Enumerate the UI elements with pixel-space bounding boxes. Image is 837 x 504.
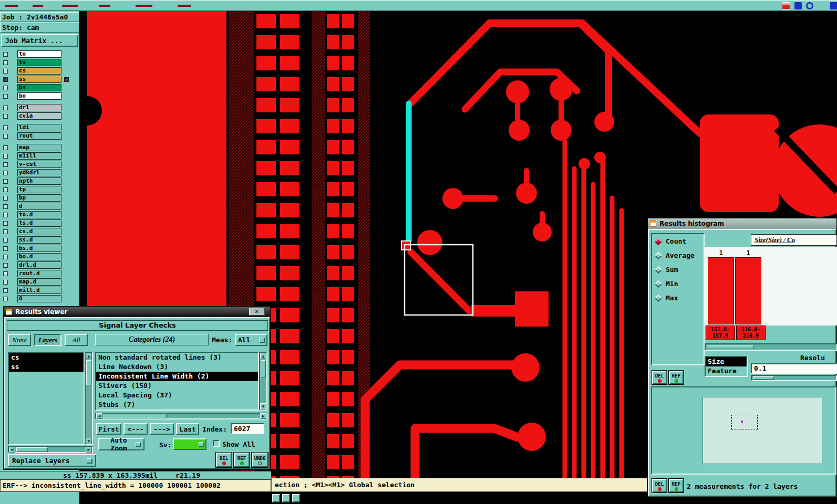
layer-row[interactable]: cs bbox=[0, 67, 80, 75]
layers-hscrollbar[interactable]: ◀ ▶ bbox=[8, 446, 93, 453]
layer-row[interactable]: to.d bbox=[0, 211, 80, 219]
layer-visibility-checkbox[interactable] bbox=[3, 271, 8, 276]
layer-visibility-checkbox[interactable] bbox=[3, 238, 8, 243]
scrollbar-slider[interactable] bbox=[16, 447, 48, 452]
layer-row[interactable]: 0 bbox=[0, 295, 80, 303]
layer-row[interactable]: cs.d bbox=[0, 227, 80, 236]
layer-visibility-checkbox[interactable] bbox=[3, 288, 8, 293]
category-item[interactable]: Local Spacing (37) bbox=[96, 391, 258, 400]
layers-vscrollbar[interactable]: ▲ ▼ bbox=[85, 352, 93, 445]
mini-toolbar-button[interactable] bbox=[282, 494, 290, 502]
layer-visibility-checkbox[interactable] bbox=[3, 114, 8, 119]
layer-visibility-checkbox[interactable] bbox=[3, 204, 8, 209]
scrollbar-slider[interactable] bbox=[753, 376, 774, 380]
delete-measure-button[interactable]: DEL bbox=[216, 453, 232, 467]
layer-row[interactable]: ts.d bbox=[0, 219, 80, 227]
layer-visibility-checkbox[interactable] bbox=[3, 60, 8, 65]
layer-row[interactable]: to bbox=[0, 50, 80, 58]
scope-button[interactable]: All bbox=[65, 334, 88, 346]
layer-row[interactable]: d bbox=[0, 202, 80, 211]
toolbar-icon-clipped[interactable] bbox=[830, 2, 837, 9]
layer-visibility-checkbox[interactable] bbox=[3, 86, 8, 90]
layer-row[interactable]: bo bbox=[0, 92, 80, 100]
layer-row[interactable]: m1ill bbox=[0, 152, 80, 160]
scrollbar-slider[interactable] bbox=[261, 360, 266, 378]
layer-row[interactable]: drl bbox=[0, 103, 80, 112]
layer-visibility-checkbox[interactable] bbox=[3, 246, 8, 251]
result-layers-list[interactable]: cs ss bbox=[8, 352, 85, 445]
index-input[interactable]: 6027 bbox=[231, 423, 264, 434]
job-matrix-button[interactable]: Job Matrix ... bbox=[1, 34, 78, 47]
categories-list[interactable]: Non standard rotated lines (3) Line Neck… bbox=[95, 352, 259, 411]
stat-option[interactable]: Count bbox=[652, 234, 704, 248]
scroll-down-icon[interactable]: ▼ bbox=[86, 438, 92, 444]
layer-row[interactable]: mill.d bbox=[0, 286, 80, 295]
layer-row[interactable]: npth bbox=[0, 177, 80, 185]
layer-visibility-checkbox[interactable] bbox=[3, 263, 8, 268]
overview-pane[interactable] bbox=[651, 386, 836, 475]
layer-visibility-checkbox[interactable] bbox=[3, 229, 8, 234]
layer-row[interactable]: cvia bbox=[0, 112, 80, 120]
layer-row[interactable]: ydkdrl bbox=[0, 169, 80, 177]
layer-visibility-checkbox[interactable] bbox=[3, 77, 8, 82]
top-menubar[interactable] bbox=[0, 0, 837, 11]
layer-visibility-checkbox[interactable] bbox=[3, 134, 8, 139]
feature-mode-item[interactable]: Size bbox=[706, 357, 747, 366]
category-item[interactable]: Slivers (158) bbox=[96, 381, 258, 391]
layer-row[interactable]: map.d bbox=[0, 278, 80, 286]
layer-row[interactable]: ldi bbox=[0, 123, 80, 132]
layer-row[interactable]: rout.d bbox=[0, 269, 80, 278]
stat-option[interactable]: Sum bbox=[652, 262, 704, 277]
layer-row[interactable]: ss.d bbox=[0, 236, 80, 244]
scope-button[interactable]: Layers bbox=[34, 334, 61, 346]
histogram-hscrollbar[interactable] bbox=[705, 343, 837, 351]
last-button[interactable]: Last bbox=[176, 423, 199, 435]
category-item[interactable]: Non standard rotated lines (3) bbox=[96, 353, 258, 362]
resolution-input[interactable]: 0.1 bbox=[751, 363, 837, 374]
scroll-right-icon[interactable]: ▶ bbox=[260, 413, 266, 419]
results-viewer-titlebar[interactable]: Results viewer ✕ bbox=[4, 307, 270, 317]
layer-visibility-checkbox[interactable] bbox=[3, 196, 8, 201]
layer-visibility-checkbox[interactable] bbox=[3, 171, 8, 175]
layer-visibility-checkbox[interactable] bbox=[3, 255, 8, 259]
layer-visibility-checkbox[interactable] bbox=[3, 213, 8, 217]
scroll-right-icon[interactable]: ▶ bbox=[86, 447, 92, 453]
layer-visibility-checkbox[interactable] bbox=[3, 297, 8, 301]
show-all-checkbox[interactable] bbox=[213, 440, 220, 447]
delete-measure-button[interactable]: DEL bbox=[652, 371, 667, 384]
scrollbar-slider[interactable] bbox=[86, 360, 91, 385]
layer-row[interactable]: ts bbox=[0, 58, 80, 67]
toolbar-icon-blue-ring[interactable] bbox=[806, 2, 813, 9]
delete-measure-button[interactable]: DEL bbox=[652, 479, 667, 492]
category-item[interactable]: Stubs (7) bbox=[96, 400, 258, 410]
mini-toolbar-button[interactable] bbox=[272, 494, 280, 502]
layer-visibility-checkbox[interactable] bbox=[3, 280, 8, 285]
auto-zoom-dropdown[interactable]: Auto Zoom bbox=[98, 438, 144, 450]
categories-hscrollbar[interactable]: ◀ ▶ bbox=[95, 413, 267, 419]
layer-row[interactable]: ss bbox=[0, 75, 80, 83]
first-button[interactable]: First bbox=[96, 423, 121, 435]
scroll-up-icon[interactable]: ▲ bbox=[260, 353, 266, 359]
meas-dropdown[interactable]: All bbox=[235, 334, 267, 346]
sv-color-dropdown[interactable] bbox=[173, 438, 206, 450]
layer-visibility-checkbox[interactable] bbox=[3, 154, 8, 159]
layer-row[interactable]: bp bbox=[0, 194, 80, 202]
result-layer-item[interactable]: cs bbox=[9, 353, 84, 362]
reference-button[interactable]: REF bbox=[669, 371, 684, 384]
app-icon[interactable] bbox=[782, 2, 790, 9]
layer-row[interactable]: tp bbox=[0, 185, 80, 194]
layer-row[interactable]: drl.d bbox=[0, 261, 80, 269]
stat-option[interactable]: Average bbox=[652, 248, 704, 262]
layer-visibility-checkbox[interactable] bbox=[3, 106, 8, 110]
layer-visibility-checkbox[interactable] bbox=[3, 94, 8, 99]
undo-button[interactable]: UNDO bbox=[252, 453, 268, 467]
layer-row[interactable]: rout bbox=[0, 132, 80, 140]
category-item[interactable]: Line Neckdown (3) bbox=[96, 362, 258, 372]
stat-option[interactable]: Max bbox=[652, 291, 704, 305]
layer-row[interactable]: v-cut bbox=[0, 160, 80, 169]
scroll-up-icon[interactable]: ▲ bbox=[86, 353, 92, 359]
layer-row[interactable]: bs.d bbox=[0, 244, 80, 253]
reference-button[interactable]: REF bbox=[669, 479, 684, 492]
close-button[interactable]: ✕ bbox=[249, 308, 265, 316]
layer-visibility-checkbox[interactable] bbox=[3, 145, 8, 150]
